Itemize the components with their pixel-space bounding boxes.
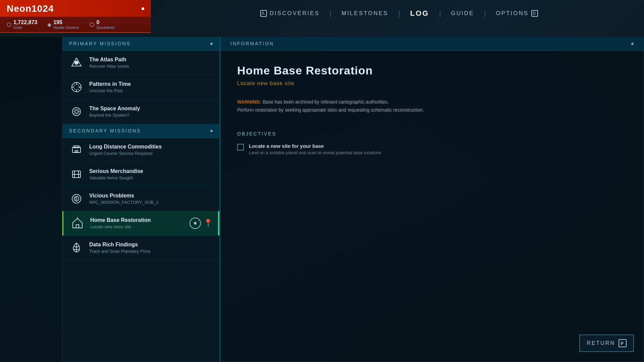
patterns-sub: Uncover the Past [89,88,213,93]
mission-atlas-path[interactable]: The Atlas Path Recover Atlas seeds [62,51,219,75]
tab-guide[interactable]: Guide [441,3,484,23]
info-dot [631,43,634,45]
primary-dot [210,43,213,45]
objective-checkbox-0 [237,144,244,150]
mission-panel: Primary Missions The Atlas Path Recover … [62,37,220,362]
data-rich-icon [69,240,84,255]
tab-milestones[interactable]: Milestones [331,3,398,23]
home-base-info: Home Base Restoration Locate new base si… [90,217,186,229]
mission-patterns-in-time[interactable]: Patterns in Time Uncover the Past [62,75,219,100]
home-base-name: Home Base Restoration [90,217,186,223]
patterns-icon [69,80,84,95]
space-anomaly-icon [69,104,84,119]
vicious-problems-name: Vicious Problems [89,193,213,199]
objectives-section: Objectives Locate a new site for your ba… [237,131,627,155]
long-distance-icon [69,142,84,157]
nanite-value: 195 [53,19,62,25]
units-value: 1,722,873 [13,19,37,25]
return-key-label: P [621,341,625,346]
tab-log[interactable]: Log [400,2,439,24]
home-base-sub: Locate new base site [90,224,186,229]
svg-point-3 [74,84,79,90]
marker-circle [190,218,201,229]
space-anomaly-name: The Space Anomaly [89,106,213,112]
mission-description: WARNING: Base has been archived by relev… [237,98,627,114]
long-distance-info: Long Distance Commodities Urgent Courier… [89,144,213,156]
svg-text:$: $ [75,196,77,201]
patterns-info: Patterns in Time Uncover the Past [89,81,213,93]
vicious-problems-icon: $ [69,191,84,206]
info-header: Information [220,37,644,51]
mission-space-anomaly[interactable]: The Space Anomaly Beyond the System? [62,100,219,124]
info-panel-title: Information [230,41,274,46]
main-content: Primary Missions The Atlas Path Recover … [62,37,644,362]
mission-serious-merchandise[interactable]: Serious Merchandise Valuable Items Sough… [62,162,219,187]
svg-marker-22 [73,219,82,228]
return-label: Return [587,340,615,346]
objectives-title: Objectives [237,131,627,136]
atlas-path-name: The Atlas Path [89,57,213,63]
units-label: Units: [13,25,37,29]
player-stats: ⬡ 1,722,873 Units: ◈ 195 Nanite Clusters… [0,17,151,32]
log-label: Log [410,9,429,18]
objective-text-0: Locate a new site for your base Land on … [249,143,381,155]
long-distance-sub: Urgent Courier Service Required [89,151,213,156]
nav-tabs: A Discoveries | Milestones | Log | Guide… [154,0,644,27]
description-body: Perform restoration by seeking appropria… [237,107,424,113]
marker-pin: 📍 [204,219,213,228]
serious-merchandise-sub: Valuable Items Sought [89,175,213,180]
data-rich-sub: Track and Scan Planetary Flora [89,249,213,254]
data-rich-name: Data Rich Findings [89,242,213,248]
warning-text: Base has been archived by relevant carto… [261,99,389,105]
space-anomaly-sub: Beyond the System? [89,113,213,118]
objective-0: Locate a new site for your base Land on … [237,143,627,155]
patterns-name: Patterns in Time [89,81,213,87]
home-base-markers: 📍 [190,218,213,229]
secondary-missions-header: Secondary Missions [62,124,219,138]
atlas-path-info: The Atlas Path Recover Atlas seeds [89,57,213,69]
key-d: D [531,10,538,17]
left-decoration [0,37,62,362]
info-content: Home Base Restoration Locate new base si… [220,51,644,362]
mission-long-distance[interactable]: Long Distance Commodities Urgent Courier… [62,138,219,162]
atlas-path-icon [69,55,84,70]
units-stat: ⬡ 1,722,873 Units: [7,19,37,29]
tab-discoveries[interactable]: A Discoveries [250,3,330,23]
units-icon: ⬡ [7,21,11,28]
mission-home-base[interactable]: Home Base Restoration Locate new base si… [62,211,219,236]
secondary-dot [210,130,213,132]
player-dot [142,7,144,10]
active-indicator [218,211,219,235]
warning-label: WARNING: [237,99,261,105]
svg-point-1 [75,61,78,64]
quicksilver-icon: ⬡ [90,21,94,28]
mission-vicious-problems[interactable]: $ Vicious Problems NPC_MISSION_FACTORY_S… [62,187,219,211]
primary-missions-header: Primary Missions [62,37,219,51]
marker-dot [194,222,197,225]
tab-options[interactable]: Options D [486,3,548,23]
return-button[interactable]: Return P [579,335,634,352]
serious-merchandise-info: Serious Merchandise Valuable Items Sough… [89,168,213,180]
objective-label-0: Locate a new site for your base [249,143,381,149]
nanite-icon: ◈ [47,21,51,28]
serious-merchandise-icon [69,167,84,182]
data-rich-info: Data Rich Findings Track and Scan Planet… [89,242,213,254]
svg-rect-23 [76,225,79,228]
nanite-stat: ◈ 195 Nanite Clusters: [47,19,79,29]
mission-data-rich[interactable]: Data Rich Findings Track and Scan Planet… [62,236,219,260]
vicious-problems-info: Vicious Problems NPC_MISSION_FACTORY_SUB… [89,193,213,205]
info-panel: Information Home Base Restoration Locate… [220,37,644,362]
space-anomaly-info: The Space Anomaly Beyond the System? [89,106,213,118]
atlas-path-sub: Recover Atlas seeds [89,64,213,69]
info-mission-subtitle: Locate new base site [237,80,627,86]
milestones-label: Milestones [341,10,388,17]
serious-merchandise-name: Serious Merchandise [89,168,213,174]
quicksilver-value: 0 [96,19,99,25]
player-name: Neon1024 [7,3,54,14]
secondary-missions-title: Secondary Missions [69,128,141,133]
home-base-icon [70,216,85,231]
top-bar: Neon1024 ⬡ 1,722,873 Units: ◈ 195 Nanite… [0,0,644,37]
key-a: A [260,10,267,17]
player-panel: Neon1024 ⬡ 1,722,873 Units: ◈ 195 Nanite… [0,0,151,33]
long-distance-name: Long Distance Commodities [89,144,213,150]
